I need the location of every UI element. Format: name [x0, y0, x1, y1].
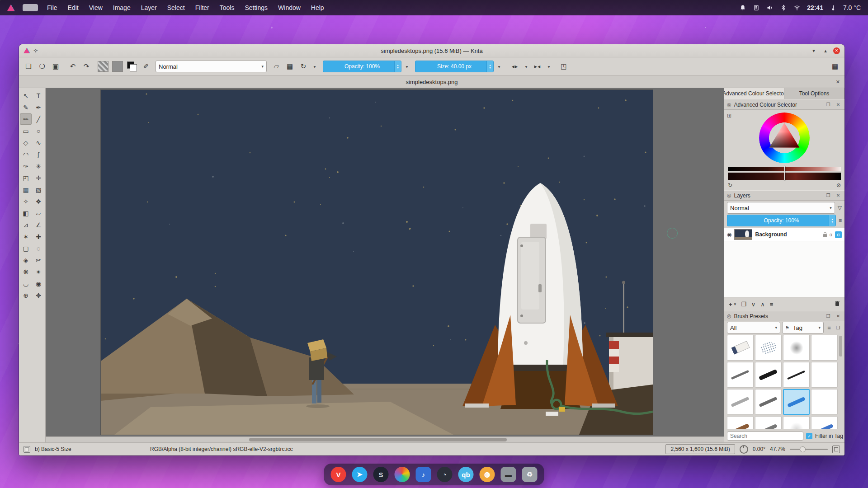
tool-edit-shapes[interactable]: ✎: [20, 102, 32, 113]
layer-row[interactable]: ◉ Background α α: [724, 228, 844, 241]
tool-smart-patch[interactable]: ✚: [33, 231, 44, 242]
preset-pencil-2b[interactable]: [755, 389, 782, 415]
dock-telegram[interactable]: ➤: [352, 467, 368, 482]
delete-layer-button[interactable]: [835, 300, 840, 308]
reload-preset-button[interactable]: ↻: [297, 61, 309, 72]
shade-strip-2[interactable]: [728, 173, 841, 180]
clear-history-icon[interactable]: ⊘: [836, 182, 841, 188]
tool-reference-images[interactable]: ✶: [20, 231, 32, 242]
zoom-slider-thumb[interactable]: [800, 446, 806, 452]
minimize-button[interactable]: ▾: [810, 47, 818, 55]
preset-ink-fineliner[interactable]: [811, 362, 838, 388]
opacity-slider[interactable]: Opacity: 100% ▴▾: [323, 61, 401, 72]
mirror-vertical-button[interactable]: ▶◀: [532, 61, 543, 72]
dock-menu-icon[interactable]: ◎: [727, 192, 731, 198]
dock-krita[interactable]: [395, 467, 410, 482]
temperature[interactable]: 7.0 °C: [843, 4, 861, 11]
preset-basic-5-size[interactable]: [783, 335, 810, 361]
tool-freehand-brush[interactable]: ✏: [20, 113, 32, 125]
tool-freehand-select[interactable]: ✂: [33, 254, 44, 266]
filter-in-tag-checkbox[interactable]: ✓: [806, 433, 812, 439]
tool-calligraphy[interactable]: ✒: [33, 102, 44, 113]
dock-trash[interactable]: ♻: [522, 467, 538, 482]
menu-select[interactable]: Select: [166, 3, 186, 12]
layer-visibility-icon[interactable]: ◉: [727, 231, 731, 238]
tool-measure[interactable]: ∠: [33, 219, 44, 230]
tool-ellipse-select[interactable]: ◌: [33, 243, 44, 254]
tab-close-icon[interactable]: ✕: [836, 79, 840, 85]
wifi-icon[interactable]: [793, 4, 801, 11]
search-input[interactable]: [727, 432, 803, 441]
lock-icon[interactable]: [823, 234, 827, 237]
close-dock-icon[interactable]: ✕: [835, 102, 842, 107]
tool-gradient[interactable]: ▧: [33, 184, 44, 195]
size-chevron[interactable]: ▾: [495, 61, 503, 72]
preset-ink-ballpen[interactable]: [783, 362, 810, 388]
window-pill[interactable]: [23, 4, 38, 11]
tool-pan[interactable]: ✥: [33, 290, 44, 301]
notifications-icon[interactable]: [739, 4, 746, 11]
dock-menu-icon[interactable]: ◎: [727, 313, 731, 319]
tool-pattern-edit[interactable]: ❖: [33, 196, 44, 207]
clipboard-icon[interactable]: [753, 4, 760, 11]
close-dock-icon[interactable]: ✕: [835, 193, 842, 198]
canvas-backdrop[interactable]: [46, 88, 724, 436]
mirror-h-chevron[interactable]: ▾: [523, 61, 530, 72]
menu-tools[interactable]: Tools: [219, 3, 236, 12]
tool-enclose-fill[interactable]: ▱: [33, 207, 44, 219]
preserve-alpha-button[interactable]: ▦: [284, 61, 296, 72]
selection-mode-icon[interactable]: [24, 446, 30, 453]
dock-vivaldi[interactable]: V: [331, 467, 346, 482]
canvas-image[interactable]: [101, 90, 653, 435]
tool-ellipse[interactable]: ○: [33, 125, 44, 136]
mirror-v-chevron[interactable]: ▾: [545, 61, 552, 72]
menu-image[interactable]: Image: [112, 3, 132, 12]
maximize-button[interactable]: ▴: [821, 47, 830, 55]
tool-bezier-select[interactable]: ◡: [20, 278, 32, 289]
preset-ink-gpen[interactable]: [727, 362, 754, 388]
brush-editor-button[interactable]: ✐: [140, 61, 152, 72]
hscrollbar-thumb[interactable]: [249, 438, 507, 441]
dock-steam[interactable]: S: [373, 467, 389, 482]
tool-bezier-curve[interactable]: ◠: [20, 149, 32, 160]
preset-ink-brush-rough[interactable]: [755, 362, 782, 388]
dock-qbittorrent[interactable]: qb: [458, 467, 474, 482]
color-wheel[interactable]: [759, 113, 810, 163]
add-layer-button[interactable]: +: [729, 301, 732, 308]
refresh-icon[interactable]: ↻: [728, 182, 732, 188]
tool-zoom[interactable]: ⊕: [20, 290, 32, 301]
tool-similar-select[interactable]: ❋: [20, 266, 32, 277]
preset-blender-basic[interactable]: [811, 335, 838, 361]
document-tab[interactable]: simpledesktops.png ✕: [19, 76, 844, 88]
brush-option-chevron[interactable]: ▾: [311, 61, 318, 72]
layer-filter-icon[interactable]: ▽: [838, 205, 842, 211]
rotation-knob[interactable]: [740, 445, 748, 454]
shade-strip-1[interactable]: [728, 167, 841, 171]
tool-crop[interactable]: ▦: [20, 184, 32, 195]
layer-properties-button[interactable]: ≡: [770, 301, 774, 308]
size-slider[interactable]: Size: 40.00 px ▴▾: [415, 61, 494, 72]
alpha-lock-icon[interactable]: α: [830, 232, 832, 237]
tool-move[interactable]: ✛: [33, 172, 44, 183]
close-dock-icon[interactable]: ✕: [835, 314, 842, 319]
preset-scrollbar[interactable]: [839, 335, 843, 429]
gradient-chooser[interactable]: [98, 61, 108, 72]
layer-opacity-slider[interactable]: Opacity: 100% ▴▾: [727, 215, 836, 226]
float-dock-icon[interactable]: ❐: [825, 314, 832, 319]
mirror-horizontal-button[interactable]: ◀▶: [509, 61, 521, 72]
new-document-button[interactable]: ❏: [23, 61, 34, 72]
dock-audio-mixer[interactable]: ♪: [416, 467, 431, 482]
tab-advanced-colour-selector[interactable]: Advanced Colour Selector: [724, 88, 784, 99]
tool-fill[interactable]: ◧: [20, 207, 32, 219]
tool-contiguous-select[interactable]: ✴: [33, 266, 44, 277]
preset-watercolour-blue[interactable]: [811, 416, 838, 429]
menu-layer[interactable]: Layer: [140, 3, 158, 12]
inherit-alpha-icon[interactable]: α: [835, 231, 842, 238]
tag-dropdown[interactable]: ⚑ Tag ▾: [782, 322, 824, 333]
float-dock-icon[interactable]: ❐: [825, 193, 832, 198]
eraser-mode-button[interactable]: ▱: [270, 61, 282, 72]
menu-settings[interactable]: Settings: [244, 3, 269, 12]
opacity-chevron[interactable]: ▾: [403, 61, 410, 72]
pattern-chooser[interactable]: [112, 61, 123, 72]
preset-eraser-soft[interactable]: [727, 335, 754, 361]
